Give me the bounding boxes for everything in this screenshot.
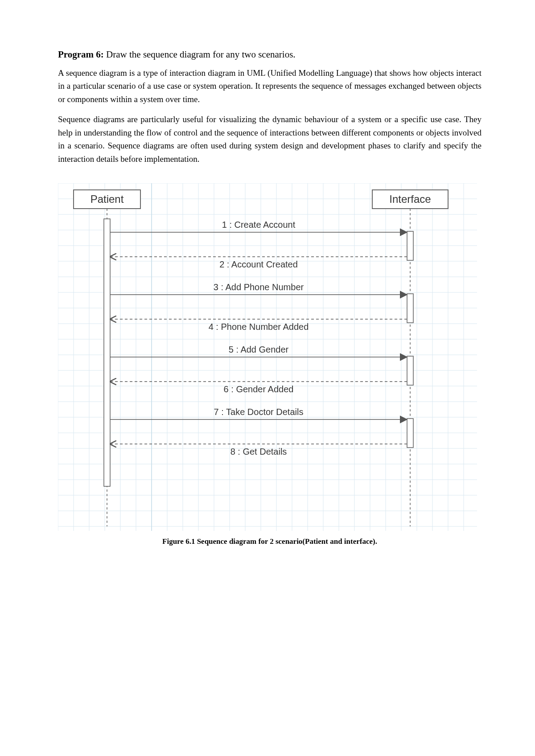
svg-rect-68 — [407, 356, 413, 385]
svg-text:7 : Take Doctor Details: 7 : Take Doctor Details — [214, 407, 304, 417]
svg-text:Interface: Interface — [389, 193, 431, 205]
svg-text:1 : Create Account: 1 : Create Account — [222, 220, 296, 230]
svg-rect-57 — [104, 219, 110, 486]
program-title: Program 6: Draw the sequence diagram for… — [58, 49, 482, 60]
svg-rect-73 — [407, 419, 413, 448]
sequence-diagram: PatientInterface1 : Create Account2 : Ac… — [58, 183, 482, 546]
svg-rect-63 — [407, 294, 413, 323]
svg-text:Patient: Patient — [91, 193, 124, 205]
sequence-diagram-svg: PatientInterface1 : Create Account2 : Ac… — [58, 183, 477, 531]
svg-rect-58 — [407, 231, 413, 260]
program-label: Program 6: — [58, 49, 104, 60]
paragraph-2: Sequence diagrams are particularly usefu… — [58, 113, 482, 165]
svg-text:8 : Get Details: 8 : Get Details — [230, 447, 287, 456]
document-page: Program 6: Draw the sequence diagram for… — [0, 0, 535, 573]
svg-text:2 : Account Created: 2 : Account Created — [219, 259, 298, 269]
program-title-rest: Draw the sequence diagram for any two sc… — [104, 49, 296, 60]
svg-text:4 : Phone Number Added: 4 : Phone Number Added — [209, 322, 309, 332]
svg-text:5 : Add Gender: 5 : Add Gender — [229, 345, 289, 354]
svg-text:3 : Add Phone Number: 3 : Add Phone Number — [214, 282, 304, 292]
paragraph-1: A sequence diagram is a type of interact… — [58, 66, 482, 106]
svg-text:6 : Gender Added: 6 : Gender Added — [224, 384, 294, 394]
figure-caption: Figure 6.1 Sequence diagram for 2 scenar… — [58, 537, 482, 546]
